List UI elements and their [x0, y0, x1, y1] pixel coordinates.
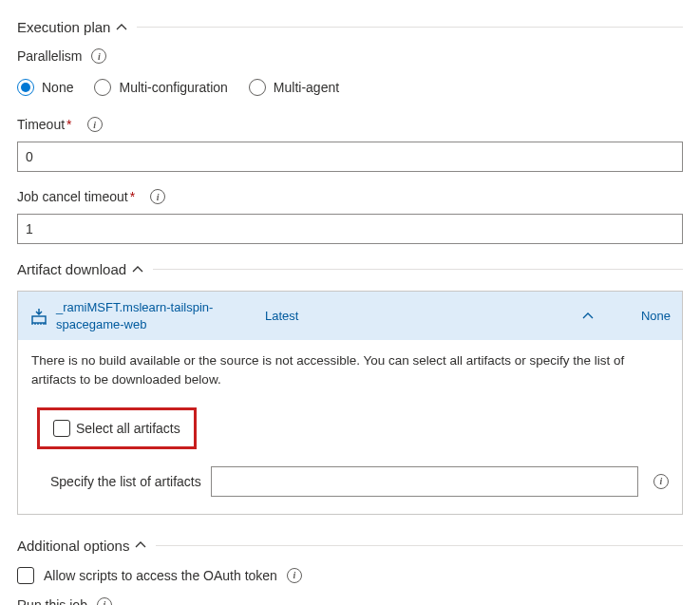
chevron-up-icon — [582, 311, 594, 322]
section-header-execution-plan[interactable]: Execution plan — [17, 19, 683, 35]
radio-label: None — [42, 80, 73, 95]
section-title: Additional options — [17, 538, 129, 554]
run-job-row: Run this job i — [17, 597, 683, 605]
parallelism-label: Parallelism — [17, 48, 82, 64]
info-icon[interactable]: i — [87, 117, 103, 132]
run-job-label: Run this job — [17, 597, 87, 605]
chevron-up-icon — [132, 264, 143, 275]
build-source-icon — [29, 307, 48, 326]
allow-scripts-checkbox[interactable] — [17, 567, 34, 584]
chevron-up-icon — [116, 22, 127, 33]
svg-rect-0 — [32, 316, 46, 323]
section-title: Artifact download — [17, 261, 126, 277]
section-header-artifact-download[interactable]: Artifact download — [17, 261, 683, 277]
specify-artifacts-row: Specify the list of artifacts i — [50, 466, 669, 497]
artifact-box: _ramiMSFT.mslearn-tailspin-spacegame-web… — [17, 291, 683, 515]
artifact-version-label: Latest — [265, 309, 298, 323]
info-icon[interactable]: i — [91, 48, 106, 64]
parallelism-label-row: Parallelism i — [17, 48, 683, 64]
allow-scripts-label: Allow scripts to access the OAuth token — [44, 568, 277, 583]
required-indicator: * — [130, 189, 135, 204]
radio-none[interactable]: None — [17, 79, 73, 96]
timeout-label-row: Timeout * i — [17, 117, 683, 132]
parallelism-radio-group: None Multi-configuration Multi-agent — [17, 79, 683, 96]
info-icon[interactable]: i — [97, 597, 112, 605]
section-header-additional-options[interactable]: Additional options — [17, 538, 683, 554]
specify-artifacts-input[interactable] — [211, 466, 638, 497]
radio-label: Multi-agent — [274, 80, 339, 95]
select-all-highlight: Select all artifacts — [37, 407, 197, 449]
specify-label: Specify the list of artifacts — [50, 474, 201, 489]
timeout-input[interactable] — [17, 142, 683, 172]
cancel-timeout-label: Job cancel timeout — [17, 189, 128, 204]
cancel-timeout-label-row: Job cancel timeout * i — [17, 189, 683, 204]
radio-multi-configuration[interactable]: Multi-configuration — [94, 79, 227, 96]
radio-button-icon — [94, 79, 111, 96]
artifact-header[interactable]: _ramiMSFT.mslearn-tailspin-spacegame-web… — [18, 292, 682, 340]
artifact-source-name: _ramiMSFT.mslearn-tailspin-spacegame-web — [56, 299, 246, 332]
artifact-selection-label: None — [641, 309, 671, 323]
radio-button-icon — [249, 79, 266, 96]
divider — [156, 545, 683, 546]
radio-multi-agent[interactable]: Multi-agent — [249, 79, 339, 96]
select-all-label: Select all artifacts — [76, 421, 180, 436]
radio-label: Multi-configuration — [119, 80, 227, 95]
divider — [137, 27, 683, 28]
info-icon[interactable]: i — [287, 568, 302, 583]
info-icon[interactable]: i — [653, 474, 669, 489]
section-title: Execution plan — [17, 19, 110, 35]
info-icon[interactable]: i — [150, 189, 165, 204]
select-all-checkbox[interactable] — [53, 420, 70, 437]
required-indicator: * — [66, 117, 71, 132]
allow-scripts-row: Allow scripts to access the OAuth token … — [17, 567, 683, 584]
timeout-label: Timeout — [17, 117, 65, 132]
chevron-up-icon — [135, 539, 146, 551]
divider — [153, 269, 683, 270]
cancel-timeout-input[interactable] — [17, 214, 683, 244]
artifact-message: There is no build available or the sourc… — [31, 351, 669, 390]
artifact-body: There is no build available or the sourc… — [18, 340, 682, 514]
radio-button-icon — [17, 79, 34, 96]
